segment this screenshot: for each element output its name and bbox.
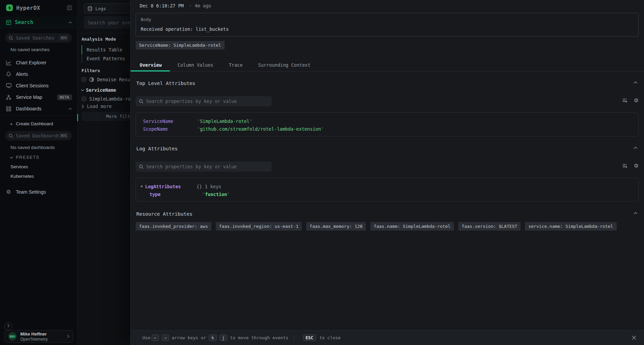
sidebar-item-kubernetes[interactable]: Kubernetes [10,174,77,179]
resource-chip[interactable]: faas.max_memory: 128 [306,222,366,231]
more-filters-button[interactable]: More filters [82,112,130,121]
sidebar-item-client-sessions[interactable]: Client Sessions [0,80,77,91]
sidebar-item-chart-explorer[interactable]: Chart Explorer [0,57,77,68]
sidebar-item-services[interactable]: Services [10,164,77,169]
beta-badge: BETA [57,94,72,100]
mode-results-table[interactable]: Results Table [82,45,125,54]
footer-arrows-text: arrow keys or [172,335,206,340]
close-icon[interactable] [631,335,637,340]
chart-icon [6,60,12,65]
resource-attribute-chips: faas.invoked_provider: aws faas.invoked_… [136,222,617,231]
top-level-search-field[interactable] [146,99,268,104]
tab-overview[interactable]: Overview [131,60,170,71]
sidebar-item-label: Client Sessions [16,83,49,88]
events-search-field[interactable] [88,20,130,25]
divider [294,335,294,341]
saved-searches-input[interactable]: ⌘K [5,33,72,43]
load-more-button[interactable]: Load more [82,104,112,109]
saved-dashboards-shortcut: ⌘K [59,133,68,138]
facet-checkbox[interactable] [82,96,86,101]
attribute-key: ServiceName [143,118,197,124]
tab-surrounding-context[interactable]: Surrounding Context [250,60,318,71]
collapse-section-icon[interactable] [634,81,638,84]
attribute-row[interactable]: type "function" [136,190,638,198]
mode-event-patterns[interactable]: Event Patterns [82,54,125,63]
sidebar-item-service-map[interactable]: Service Map BETA [0,91,77,103]
service-name-chip[interactable]: ServiceName: SimpleLambda-rotel [136,41,225,49]
search-side-panel: Logs Analysis Mode Results Table Event P… [78,0,130,345]
sidebar: HyperDX Search ⌘K No saved searches [0,0,78,345]
no-saved-dashboards-text: No saved dashboards [10,145,77,150]
log-attributes-root-row[interactable]: LogAttributes {} 1 keys [136,182,638,190]
attribute-row[interactable]: ScopeName "github.com/streamfold/rotel-l… [136,125,638,133]
resource-chip[interactable]: faas.version: $LATEST [458,222,521,231]
sidebar-nav: Chart Explorer Alerts Client Sessions Se… [0,57,77,116]
key-k-badge: k [209,335,217,341]
user-menu[interactable]: MH Mike Heffner OpenTelemetry [4,330,73,343]
events-search-box[interactable] [84,16,130,29]
collapse-section-icon[interactable] [634,212,638,215]
resource-chip[interactable]: faas.name: SimpleLambda-rotel [370,222,454,231]
sidebar-item-team-settings[interactable]: ⚙ Team Settings [0,187,77,197]
presets-toggle[interactable]: PRESETS [10,155,77,160]
sidebar-item-dashboards[interactable]: Dashboards [0,103,77,114]
gear-icon[interactable]: ⚙ [634,163,639,169]
chevron-right-icon [82,105,84,108]
resource-chip[interactable]: service.name: SimpleLambda-rotel [525,222,616,231]
attribute-row[interactable]: ServiceName "SimpleLambda-rotel" [136,117,638,125]
resource-chip[interactable]: faas.invoked_region: us-east-1 [216,222,302,231]
source-select[interactable]: Logs [84,3,130,14]
body-value: Received operation: list_buckets [141,26,634,32]
resource-chip[interactable]: faas.invoked_provider: aws [136,222,211,231]
monitor-icon [6,83,12,88]
user-name: Mike Heffner [20,331,48,337]
chevron-up-icon[interactable] [68,108,72,110]
attribute-value: function [205,192,227,197]
help-button[interactable]: ? [4,322,12,330]
search-icon [139,165,143,169]
filter-lines-icon[interactable] [622,164,628,168]
facet-value-row[interactable]: SimpleLambda-rotel [82,96,130,102]
sidebar-item-alerts[interactable]: Alerts [0,68,77,80]
chevron-right-icon [67,335,69,338]
denoise-checkbox[interactable] [82,77,86,82]
body-label: Body [141,17,634,22]
event-detail-panel: Dec 8 6:10:27 PM · 4m ago Body Received … [130,0,644,345]
bell-icon [6,71,12,77]
log-attributes-search-field[interactable] [146,164,268,169]
footer-close-text: to close [319,335,341,340]
facet-group-servicename[interactable]: ServiceName [81,87,116,93]
quote-mark: " [197,118,200,124]
sidebar-item-search[interactable]: Search [0,17,77,28]
attribute-value: SimpleLambda-rotel [200,118,249,124]
team-settings-label: Team Settings [16,189,46,195]
expand-triangle-icon[interactable] [140,185,143,188]
saved-searches-field[interactable] [16,35,59,41]
search-icon [9,36,13,40]
sidebar-item-label: Dashboards [16,106,42,111]
facet-value-label: SimpleLambda-rotel [89,96,130,102]
footer-use-text: Use [142,335,150,340]
log-attributes-search-box[interactable] [136,161,272,172]
collapse-section-icon[interactable] [634,147,638,149]
chevron-down-icon [10,156,13,159]
saved-dashboards-input[interactable]: ⌘K [5,131,72,141]
sidebar-collapse-icon[interactable] [67,5,72,10]
timestamp-text: Dec 8 6:10:27 PM [140,3,184,8]
key-right-badge: → [162,335,169,341]
tab-trace[interactable]: Trace [221,60,251,71]
relative-time-text: · 4m ago [189,3,211,8]
tab-column-values[interactable]: Column Values [170,60,221,71]
top-level-search-box[interactable] [136,96,272,106]
log-attributes-box: LogAttributes {} 1 keys type "function" [136,178,639,201]
user-org: OpenTelemetry [20,337,48,342]
saved-dashboards-field[interactable] [16,133,59,138]
create-dashboard-button[interactable]: + Create Dashboard [10,121,77,127]
load-more-label: Load more [87,104,112,109]
denoise-filter-row[interactable]: Denoise Results [82,77,130,82]
saved-searches-shortcut: ⌘K [59,35,68,41]
filter-lines-icon[interactable] [622,98,628,103]
footer-move-text: to move through events [230,335,288,340]
gear-icon[interactable]: ⚙ [634,98,639,103]
chevron-up-icon[interactable] [68,21,72,24]
